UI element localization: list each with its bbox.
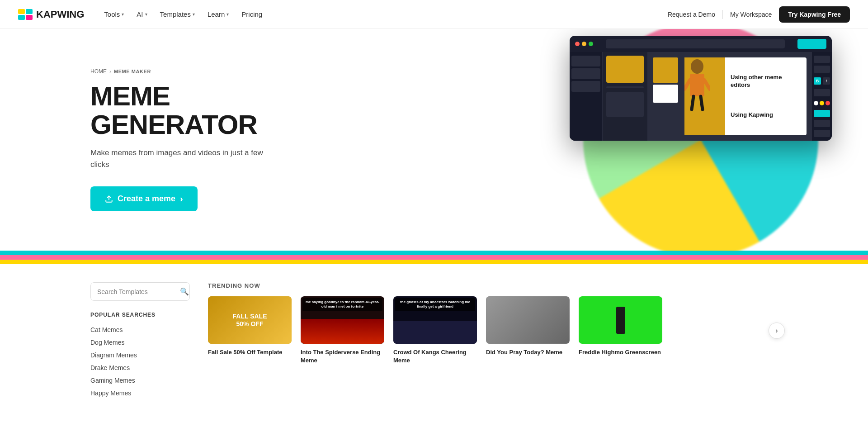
minimize-dot	[582, 42, 586, 46]
search-tag-gaming[interactable]: Gaming Memes	[90, 374, 190, 387]
panel-thumbnail	[606, 56, 644, 83]
search-tag-cat[interactable]: Cat Memes	[90, 323, 190, 336]
canvas-main[interactable]: Using other meme editors Using Kapwing	[684, 57, 807, 135]
chevron-down-icon: ▾	[226, 12, 229, 17]
template-card-kangs[interactable]: the ghosts of my ancestors watching me f…	[393, 296, 477, 365]
search-box[interactable]: 🔍	[90, 282, 190, 301]
svg-line-7	[701, 96, 703, 109]
nav-item-ai[interactable]: AI ▾	[131, 7, 152, 22]
thumb-text: me saying goodbye to the random 40-year-…	[302, 298, 382, 311]
topbar-url-bar	[606, 39, 785, 48]
search-tag-diagram[interactable]: Diagram Memes	[90, 349, 190, 361]
request-demo-link[interactable]: Request a Demo	[668, 11, 715, 18]
nav-menu: Tools ▾ AI ▾ Templates ▾ Learn ▾ Pricing	[99, 7, 268, 22]
nav-item-learn[interactable]: Learn ▾	[202, 7, 234, 22]
right-panel-bar	[814, 66, 830, 73]
maximize-dot	[589, 42, 593, 46]
nav-item-pricing[interactable]: Pricing	[236, 7, 268, 22]
try-kapwing-button[interactable]: Try Kapwing Free	[779, 6, 850, 23]
svg-point-2	[691, 59, 703, 74]
search-tag-dog[interactable]: Dog Memes	[90, 336, 190, 349]
upload-icon	[105, 195, 113, 203]
template-name: Into The Spiderverse Ending Meme	[301, 348, 384, 365]
trending-label: TRENDING NOW	[208, 282, 778, 289]
sidebar-item	[571, 56, 600, 66]
panel-item	[606, 92, 644, 117]
template-card-freddie[interactable]: Freddie Highmo Greenscreen	[579, 296, 662, 365]
template-thumbnail: me saying goodbye to the random 40-year-…	[301, 296, 384, 344]
templates-grid-wrapper: FALL SALE50% OFF Fall Sale 50% Off Templ…	[208, 296, 778, 365]
logo-icon	[18, 9, 33, 20]
template-thumbnail: the ghosts of my ancestors watching me f…	[393, 296, 477, 344]
editor-body: Using other meme editors Using Kapwing B…	[570, 52, 832, 141]
search-input[interactable]	[97, 288, 176, 295]
bold-italic-buttons: B I	[814, 77, 830, 85]
rainbow-bars	[0, 251, 868, 264]
next-arrow-button[interactable]: ›	[769, 323, 785, 339]
template-name: Crowd Of Kangs Cheering Meme	[393, 348, 477, 365]
panel-bar	[606, 86, 644, 88]
drake-figure	[684, 57, 710, 112]
thumb-content: FALL SALE50% OFF	[208, 296, 292, 344]
right-panel-bar	[814, 89, 830, 96]
nav-item-templates[interactable]: Templates ▾	[155, 7, 200, 22]
sidebar-item	[571, 81, 600, 92]
template-name: Did You Pray Today? Meme	[486, 348, 570, 356]
templates-sidebar: 🔍 POPULAR SEARCHES Cat Memes Dog Memes D…	[90, 282, 190, 407]
editor-mockup: Using other meme editors Using Kapwing B…	[570, 36, 832, 141]
right-panel-bar	[814, 130, 830, 137]
yellow-bar	[0, 260, 868, 264]
editor-canvas-area[interactable]: Using other meme editors Using Kapwing	[647, 52, 812, 141]
template-name: Freddie Highmo Greenscreen	[579, 348, 662, 356]
logo-text: KAPWING	[36, 9, 84, 20]
logo[interactable]: KAPWING	[18, 9, 84, 20]
close-dot	[575, 42, 580, 46]
accent-bar	[814, 110, 830, 117]
chevron-down-icon: ▾	[145, 12, 147, 17]
svg-line-6	[692, 96, 693, 109]
page-title: MEME GENERATOR	[90, 82, 280, 139]
editor-topbar	[570, 36, 832, 52]
my-workspace-link[interactable]: My Workspace	[730, 11, 772, 18]
color-swatches	[814, 101, 830, 105]
canvas-thumb-yellow	[653, 57, 678, 83]
topbar-export-button[interactable]	[797, 39, 826, 49]
thumb-figure	[301, 319, 384, 344]
nav-divider	[722, 10, 723, 19]
chevron-down-icon: ▾	[122, 12, 124, 17]
search-tag-drake[interactable]: Drake Memes	[90, 361, 190, 374]
meme-text-top: Using other meme editors	[731, 74, 801, 89]
hero-visual: Using other meme editors Using Kapwing B…	[570, 29, 832, 251]
hero-description: Make memes from images and videos in jus…	[90, 147, 280, 170]
bold-button[interactable]: B	[814, 77, 821, 85]
white-swatch[interactable]	[814, 101, 818, 105]
navbar: KAPWING Tools ▾ AI ▾ Templates ▾ Learn ▾…	[0, 0, 868, 29]
search-tag-happy[interactable]: Happy Memes	[90, 387, 190, 399]
meme-text-bottom: Using Kapwing	[731, 111, 801, 119]
breadcrumb-home-link[interactable]: HOME	[90, 68, 107, 75]
template-card-spiderverse[interactable]: me saying goodbye to the random 40-year-…	[301, 296, 384, 365]
editor-right-panel: B I	[812, 52, 832, 141]
yellow-swatch[interactable]	[820, 101, 824, 105]
sidebar-item	[571, 68, 600, 79]
create-meme-button[interactable]: Create a meme ›	[90, 186, 198, 211]
template-card-pray[interactable]: Did You Pray Today? Meme	[486, 296, 570, 365]
canvas-thumbnails	[653, 57, 680, 135]
red-swatch[interactable]	[826, 101, 830, 105]
trending-content: TRENDING NOW FALL SALE50% OFF Fall Sale …	[208, 282, 778, 407]
template-thumbnail	[579, 296, 662, 344]
nav-item-tools[interactable]: Tools ▾	[99, 7, 129, 22]
right-panel-bar	[814, 120, 830, 127]
meme-text-area: Using other meme editors Using Kapwing	[725, 57, 807, 135]
window-controls	[575, 42, 593, 46]
search-icon: 🔍	[180, 287, 189, 296]
thumb-blur	[486, 296, 570, 344]
pink-bar	[0, 255, 868, 260]
breadcrumb-current: MEME MAKER	[114, 69, 151, 74]
template-thumbnail	[486, 296, 570, 344]
template-name: Fall Sale 50% Off Template	[208, 348, 292, 356]
editor-media-panel	[602, 52, 647, 141]
template-card-fall-sale[interactable]: FALL SALE50% OFF Fall Sale 50% Off Templ…	[208, 296, 292, 365]
italic-button[interactable]: I	[823, 77, 830, 85]
teal-bar	[0, 251, 868, 255]
